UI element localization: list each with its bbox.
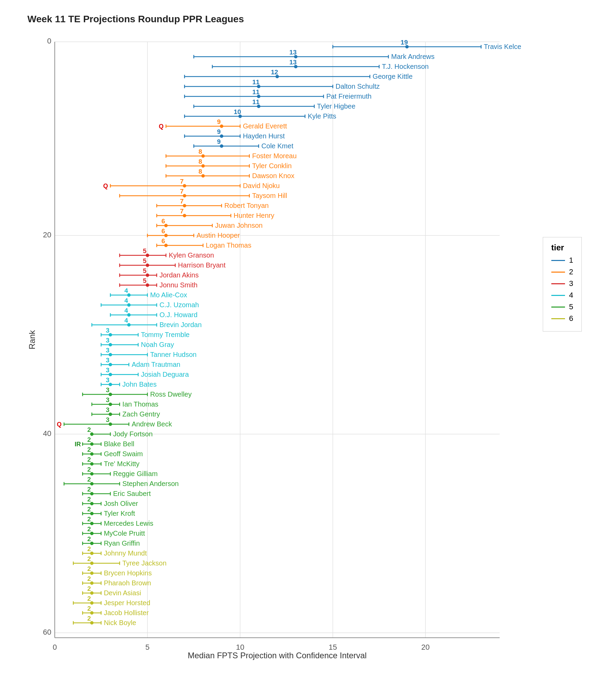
player-name-26: Mo Alie-Cox [150,291,187,299]
player-name-11: Cole Kmet [261,142,294,150]
player-name-8: Kyle Pitts [308,112,336,120]
player-name-48: Tyler Kroft [104,510,135,517]
svg-text:20: 20 [43,231,51,239]
player-name-31: Noah Gray [141,341,174,348]
player-name-23: Harrison Bryant [178,261,226,269]
player-row-39: 3QAndrew Beck [57,416,172,428]
svg-text:2: 2 [87,506,91,513]
main-chart: 020406005101520Median FPTS Projection wi… [27,32,595,665]
chart-area: 020406005101520Median FPTS Projection wi… [27,32,595,665]
player-row-22: 5Kylen Granson [120,247,214,259]
player-name-28: O.J. Howard [159,311,197,319]
svg-text:40: 40 [43,429,51,438]
svg-text:5: 5 [145,643,150,651]
svg-text:3: 3 [106,386,110,394]
svg-text:2: 2 [87,605,91,612]
player-row-46: 2Eric Saubert [82,486,151,497]
player-row-1: 19Travis Kelce [333,39,522,50]
svg-text:6: 6 [162,227,165,235]
player-name-9: Gerald Everett [243,122,287,130]
player-name-35: John Bates [123,381,157,388]
player-row-25: 5Jonnu Smith [120,277,198,289]
svg-text:5: 5 [143,277,147,284]
svg-text:3: 3 [106,357,110,364]
svg-text:IR: IR [75,441,81,448]
svg-text:0: 0 [47,37,51,45]
player-row-6: 11Pat Freiermuth [184,88,372,100]
player-name-18: Hunter Henry [234,212,274,219]
svg-text:4: 4 [124,317,128,324]
player-name-38: Zach Gentry [123,410,160,418]
svg-text:8: 8 [198,168,202,175]
player-row-7: 11Tyler Higbee [194,98,355,110]
player-name-55: Pharaoh Brown [104,579,151,587]
player-row-36: 3Ross Dwelley [82,386,192,398]
svg-text:Q: Q [159,123,164,130]
svg-text:11: 11 [252,98,260,105]
player-row-17: 7Robert Tonyan [157,198,269,209]
svg-text:2: 2 [87,565,91,572]
player-row-27: 4C.J. Uzomah [101,297,199,309]
player-name-51: Ryan Griffin [104,539,140,547]
player-row-41: 2IRBlake Bell [75,436,134,448]
player-row-5: 11Dalton Schultz [184,78,380,90]
svg-text:2: 2 [87,446,91,453]
player-name-56: Devin Asiasi [104,589,141,597]
player-name-13: Tyler Conklin [252,162,292,170]
player-row-42: 2Geoff Swaim [82,446,143,458]
svg-text:2: 2 [87,466,91,473]
player-name-29: Brevin Jordan [159,321,202,328]
svg-text:9: 9 [217,118,221,125]
svg-text:5: 5 [143,247,147,254]
player-name-2: Mark Andrews [391,53,435,60]
player-row-55: 2Pharaoh Brown [82,575,151,587]
player-name-33: Adam Trautman [132,361,180,368]
svg-text:3: 3 [106,406,110,413]
player-name-52: Johnny Mundt [104,549,147,557]
player-name-1: Travis Kelce [484,43,521,50]
player-row-33: 3Adam Trautman [101,357,180,368]
player-row-9: 9QGerald Everett [159,118,287,130]
player-name-3: T.J. Hockenson [382,63,429,70]
player-name-41: Blake Bell [104,440,134,448]
player-name-43: Tre' McKitty [104,460,139,468]
svg-text:4: 4 [124,297,128,304]
player-row-15: 7QDavid Njoku [103,178,280,189]
svg-text:15: 15 [329,643,337,651]
player-name-5: Dalton Schultz [336,83,380,90]
svg-text:2: 2 [87,476,91,483]
player-row-11: 9Cole Kmet [194,138,293,150]
legend: tier 123456 [543,237,582,332]
player-row-38: 3Zach Gentry [92,406,160,418]
chart-title: Week 11 TE Projections Roundup PPR Leagu… [27,14,595,25]
player-row-19: 6Juwan Johnson [157,217,262,229]
player-row-34: 3Josiah Deguara [101,366,189,378]
player-row-56: 2Devin Asiasi [82,585,141,597]
player-row-50: 2MyCole Pruitt [82,525,145,537]
player-row-23: 5Harrison Bryant [120,257,226,269]
svg-text:Rank: Rank [27,330,37,349]
player-name-46: Eric Saubert [113,490,151,497]
legend-item-tier5: 5 [551,302,573,311]
player-row-47: 2Josh Oliver [82,496,138,507]
player-name-30: Tommy Tremble [141,331,190,338]
player-name-37: Ian Thomas [123,400,158,408]
player-row-24: 5Jordan Akins [120,267,199,279]
svg-text:2: 2 [87,456,91,463]
player-row-37: 3Ian Thomas [92,396,158,408]
player-name-27: C.J. Uzomah [159,301,199,309]
player-name-54: Brycen Hopkins [104,569,152,577]
svg-text:2: 2 [87,535,91,543]
svg-text:6: 6 [162,217,165,225]
legend-item-tier3: 3 [551,279,573,288]
svg-text:9: 9 [217,138,221,145]
svg-text:3: 3 [106,327,110,334]
svg-text:20: 20 [421,643,429,651]
svg-text:60: 60 [43,628,51,636]
player-row-28: 4O.J. Howard [111,307,198,319]
svg-text:3: 3 [106,376,110,384]
player-row-16: 7Taysom Hill [120,188,287,199]
svg-text:7: 7 [180,198,184,205]
svg-text:7: 7 [180,188,184,195]
player-name-59: Nick Boyle [104,619,136,626]
